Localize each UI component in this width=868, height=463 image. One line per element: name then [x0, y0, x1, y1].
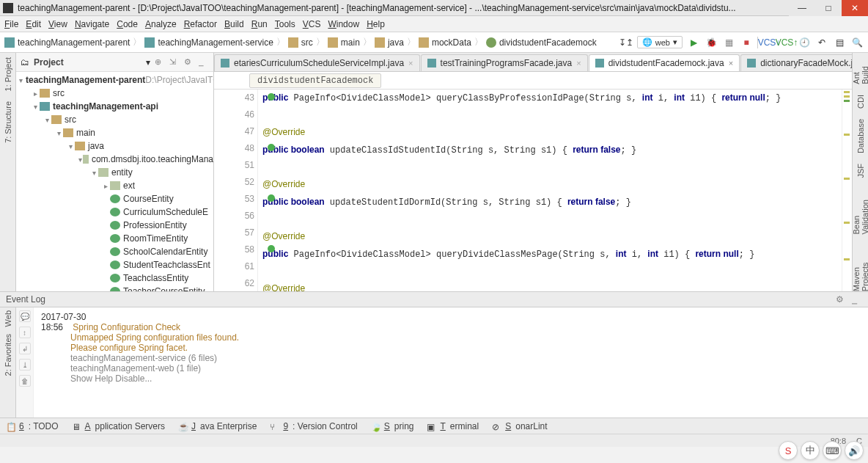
tree-row[interactable]: StudentTeachclassEnt — [16, 258, 213, 271]
bottom-tab-todo[interactable]: 📋6: TODO — [6, 421, 59, 431]
gear-icon[interactable]: ⚙ — [184, 57, 194, 68]
breadcrumb-mockData[interactable]: mockData — [419, 37, 471, 48]
maximize-button[interactable]: □ — [815, 0, 842, 16]
close-icon[interactable]: × — [729, 59, 733, 68]
revert-button[interactable]: ↶ — [815, 36, 828, 49]
right-tab-jsf[interactable]: JSF — [856, 164, 865, 178]
left-tab-structure[interactable]: 7: Structure — [4, 101, 12, 143]
breadcrumb-teachingManagement-service[interactable]: teachingManagement-service — [144, 37, 273, 48]
close-button[interactable]: ✕ — [842, 0, 868, 16]
menu-code[interactable]: Code — [117, 19, 138, 29]
balloon-icon[interactable]: 💬 — [19, 310, 31, 322]
scroll-end-icon[interactable]: ⤓ — [19, 359, 31, 371]
search-everywhere-button[interactable]: 🔍 — [850, 36, 864, 49]
tree-row[interactable]: TeachclassEntity — [16, 271, 213, 285]
tree-row[interactable]: ▸src — [16, 87, 213, 100]
menu-tools[interactable]: Tools — [275, 19, 295, 29]
breadcrumb-java[interactable]: java — [375, 37, 404, 48]
tree-row[interactable]: CourseEntity — [16, 192, 213, 205]
tree-row[interactable]: ▾main — [16, 126, 213, 139]
menu-vcs[interactable]: VCS — [303, 19, 321, 29]
event-line-3[interactable]: Show Help Disable... — [41, 373, 861, 384]
breadcrumb-src[interactable]: src — [288, 37, 313, 48]
scroll-from-source-icon[interactable]: ⊕ — [155, 57, 165, 68]
menu-file[interactable]: File — [4, 19, 18, 29]
source-code[interactable]: public PageInfo<DivideClassModel> queryC… — [258, 90, 842, 291]
collapse-all-icon[interactable]: ⇲ — [169, 57, 180, 68]
bottom-tab-versioncontrol[interactable]: ⑂9: Version Control — [270, 421, 357, 431]
menu-build[interactable]: Build — [224, 19, 244, 29]
minimize-button[interactable]: — — [789, 0, 815, 16]
gutter[interactable]: 43464748515253565758616263 — [214, 90, 258, 291]
history-button[interactable]: 🕘 — [798, 36, 811, 49]
breadcrumb-teachingManagement-parent[interactable]: teachingManagement-parent — [4, 37, 130, 48]
vcs-update-button[interactable]: VCS↓ — [762, 36, 776, 49]
float-speaker-icon[interactable]: 🔊 — [845, 441, 864, 460]
bottom-tab-sonarlint[interactable]: ⊘SonarLint — [492, 421, 547, 431]
debug-button[interactable]: 🐞 — [705, 36, 718, 49]
hide-icon[interactable]: ⎯ — [852, 294, 862, 305]
structure-button[interactable]: ▤ — [833, 36, 846, 49]
tree-row-root[interactable]: ▾teachingManagement-parent D:\Project\Ja… — [16, 73, 213, 87]
breadcrumb-dividstudentFacademock[interactable]: dividstudentFacademock — [486, 37, 597, 48]
close-icon[interactable]: × — [408, 59, 413, 68]
favorites-tab[interactable]: 2: Favorites — [4, 334, 12, 376]
error-stripe[interactable] — [842, 90, 852, 291]
editor-tab[interactable]: testTrainingProgramsFacade.java× — [421, 54, 588, 71]
event-log-body[interactable]: 2017-07-30 18:56 Spring Configuration Ch… — [34, 307, 868, 418]
bottom-tab-spring[interactable]: 🍃Spring — [371, 421, 414, 431]
right-tab-mavenprojects[interactable]: Maven Projects — [852, 245, 869, 291]
editor-tab[interactable]: etariesCurriculumScheduleServiceImpl.jav… — [214, 54, 420, 71]
tree-row[interactable]: RoomTimeEntity — [16, 232, 213, 245]
menu-view[interactable]: View — [48, 19, 67, 29]
tree-row[interactable]: ▾src — [16, 113, 213, 126]
close-icon[interactable]: × — [576, 59, 581, 68]
run-button[interactable]: ▶ — [687, 36, 700, 49]
chevron-down-icon[interactable]: ▾ — [146, 57, 150, 68]
left-tab-project[interactable]: 1: Project — [4, 57, 12, 91]
bottom-tab-terminal[interactable]: ▣Terminal — [427, 421, 479, 431]
menu-edit[interactable]: Edit — [26, 19, 41, 29]
filter-icon[interactable]: ↕ — [19, 327, 31, 338]
clear-icon[interactable]: 🗑 — [19, 375, 31, 387]
coverage-button[interactable]: ▦ — [722, 36, 735, 49]
event-log-header[interactable]: Event Log ⚙ ⎯ — [0, 291, 868, 307]
breadcrumb-main[interactable]: main — [328, 37, 360, 48]
soft-wrap-icon[interactable]: ↲ — [19, 343, 31, 354]
bottom-tab-javaenterprise[interactable]: ☕Java Enterprise — [178, 421, 257, 431]
vcs-commit-button[interactable]: VCS↑ — [780, 36, 793, 49]
tree-row[interactable]: TeacherCourseEntity — [16, 285, 213, 291]
tree-row[interactable]: ▾teachingManagement-api — [16, 100, 213, 113]
tree-row[interactable]: ▾entity — [16, 166, 213, 179]
tree-row[interactable]: SchoolCalendarEntity — [16, 245, 213, 258]
tree-row[interactable]: ▸ext — [16, 179, 213, 192]
stop-button[interactable]: ■ — [740, 36, 753, 49]
right-tab-antbuild[interactable]: Ant Build — [852, 57, 869, 84]
tree-row[interactable]: ProfessionEntity — [16, 219, 213, 232]
right-tab-beanvalidation[interactable]: Bean Validation — [852, 188, 869, 235]
menu-window[interactable]: Window — [328, 19, 359, 29]
editor-tab[interactable]: dividstudentFacademock.java× — [589, 54, 740, 71]
project-tree[interactable]: ▾teachingManagement-parent D:\Project\Ja… — [16, 72, 213, 291]
float-sogou-icon[interactable]: S — [779, 441, 798, 460]
float-keyboard-icon[interactable]: ⌨ — [823, 441, 842, 460]
right-tab-cdi[interactable]: CDI — [856, 95, 865, 109]
code-area[interactable]: 43464748515253565758616263 public PageIn… — [214, 90, 852, 291]
menu-help[interactable]: Help — [367, 19, 385, 29]
menu-refactor[interactable]: Refactor — [184, 19, 217, 29]
gear-icon[interactable]: ⚙ — [836, 294, 846, 305]
tree-row[interactable]: ▾java — [16, 139, 213, 153]
tree-row[interactable]: ▾com.dmsdbj.itoo.teachingMana — [16, 153, 213, 166]
menu-run[interactable]: Run — [251, 19, 268, 29]
editor-breadcrumb-chip[interactable]: dividstudentFacademock — [249, 73, 381, 88]
hide-icon[interactable]: ⎯ — [199, 57, 209, 68]
web-tab[interactable]: Web — [4, 310, 12, 327]
float-ime-icon[interactable]: 中 — [801, 441, 820, 460]
bottom-tab-applicationservers[interactable]: 🖥Application Servers — [72, 421, 165, 431]
menu-navigate[interactable]: Navigate — [75, 19, 109, 29]
right-tab-database[interactable]: Database — [856, 119, 865, 153]
run-config-select[interactable]: 🌐 web ▾ — [637, 36, 683, 48]
tree-row[interactable]: CurriculumScheduleE — [16, 205, 213, 219]
editor-tab[interactable]: dictionaryFacadeMock.java× — [740, 54, 852, 71]
sync-icon[interactable]: ↧↥ — [619, 36, 633, 49]
